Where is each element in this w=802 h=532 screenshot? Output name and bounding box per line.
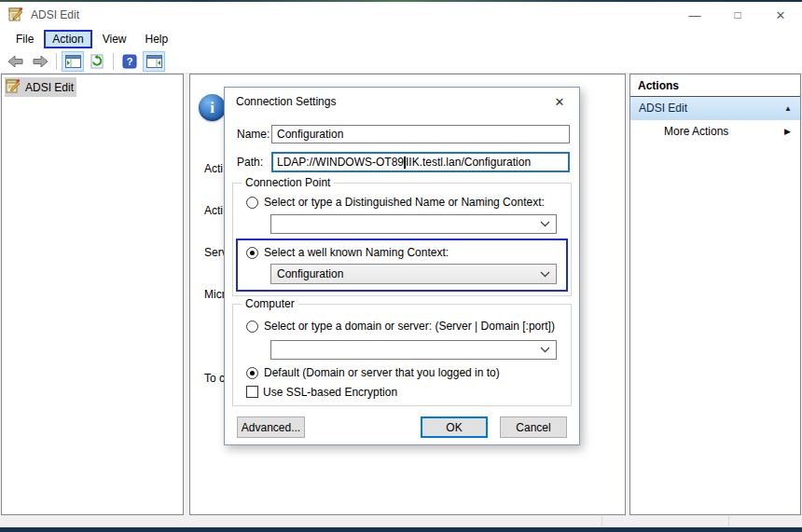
chevron-down-icon <box>540 221 550 227</box>
maximize-button[interactable]: □ <box>716 2 759 28</box>
window-titlebar: ADSI Edit — □ ✕ <box>0 2 802 28</box>
well-known-context-radio-label: Select a well known Naming Context: <box>264 246 449 259</box>
menu-view[interactable]: View <box>94 30 135 48</box>
distinguished-name-radio-label: Select or type a Distinguished Name or N… <box>264 196 545 209</box>
refresh-icon[interactable] <box>86 51 108 72</box>
adsi-edit-app-icon <box>8 7 23 24</box>
actions-panel: Actions ADSI Edit ▲ More Actions ▶ <box>629 74 801 515</box>
close-button[interactable]: ✕ <box>759 2 802 28</box>
adsi-edit-node-icon <box>6 78 21 96</box>
menu-file[interactable]: File <box>7 30 42 48</box>
connection-point-group: Connection Point Select or type a Distin… <box>232 183 572 296</box>
info-icon: i <box>199 94 226 121</box>
distinguished-name-combo[interactable] <box>270 214 557 234</box>
dialog-titlebar[interactable]: Connection Settings <box>225 88 579 116</box>
dialog-title: Connection Settings <box>236 95 336 108</box>
domain-server-radio-label: Select or type a domain or server: (Serv… <box>264 320 555 333</box>
console-tree-panel: ADSI Edit <box>1 74 184 515</box>
path-label: Path: <box>237 156 263 169</box>
back-icon[interactable] <box>5 51 27 72</box>
actions-item-more-actions[interactable]: More Actions ▶ <box>630 120 800 143</box>
actions-panel-title: Actions <box>630 75 800 97</box>
chevron-down-icon <box>540 347 550 353</box>
chevron-down-icon <box>540 271 550 278</box>
minimize-button[interactable]: — <box>673 2 716 28</box>
domain-server-combo[interactable] <box>270 340 557 360</box>
default-domain-radio-label: Default (Domain or server that you logge… <box>264 366 500 379</box>
actions-group-adsi-edit[interactable]: ADSI Edit ▲ <box>630 97 800 120</box>
toolbar-separator <box>56 53 57 70</box>
menu-action[interactable]: Action <box>44 30 91 48</box>
computer-group: Computer Select or type a domain or serv… <box>232 304 572 406</box>
toolbar: ? <box>0 50 802 74</box>
connection-settings-dialog: Connection Settings ✕ Name: Configuratio… <box>224 87 580 445</box>
window-controls: — □ ✕ <box>673 2 802 28</box>
ssl-encryption-checkbox[interactable] <box>246 386 258 398</box>
window-title: ADSI Edit <box>31 8 79 21</box>
menu-help[interactable]: Help <box>137 30 177 48</box>
dialog-close-icon[interactable]: ✕ <box>546 90 574 113</box>
advanced-button[interactable]: Advanced... <box>237 416 305 438</box>
distinguished-name-radio[interactable] <box>246 197 258 209</box>
tree-item-label: ADSI Edit <box>25 81 74 94</box>
statusbar-separator <box>728 516 729 526</box>
menu-bar: File Action View Help <box>0 28 802 50</box>
status-bar <box>0 515 802 527</box>
name-label: Name: <box>237 128 270 141</box>
domain-server-radio[interactable] <box>246 321 258 333</box>
svg-text:?: ? <box>127 56 133 67</box>
path-input[interactable]: LDAP://WINDOWS-OT89IIK.testl.lan/Configu… <box>271 152 570 172</box>
well-known-context-radio[interactable] <box>246 247 258 259</box>
statusbar-separator <box>602 516 602 526</box>
tree-item-adsi-edit[interactable]: ADSI Edit <box>5 77 76 97</box>
show-console-tree-icon[interactable] <box>62 51 84 72</box>
connection-point-legend: Connection Point <box>242 176 334 189</box>
toolbar-separator <box>113 53 114 70</box>
ok-button[interactable]: OK <box>421 416 488 438</box>
cancel-button[interactable]: Cancel <box>500 416 567 438</box>
submenu-arrow-icon: ▶ <box>784 127 791 136</box>
ssl-encryption-checkbox-label: Use SSL-based Encryption <box>263 386 397 399</box>
well-known-context-combo[interactable]: Configuration <box>270 264 557 284</box>
name-input[interactable]: Configuration <box>271 125 570 143</box>
help-icon[interactable]: ? <box>118 51 141 72</box>
desktop-edge-bottom <box>0 527 802 532</box>
collapse-icon[interactable]: ▲ <box>784 104 792 113</box>
default-domain-radio[interactable] <box>246 367 258 379</box>
show-action-pane-icon[interactable] <box>143 51 165 72</box>
computer-legend: Computer <box>242 297 298 310</box>
forward-icon[interactable] <box>29 51 51 72</box>
